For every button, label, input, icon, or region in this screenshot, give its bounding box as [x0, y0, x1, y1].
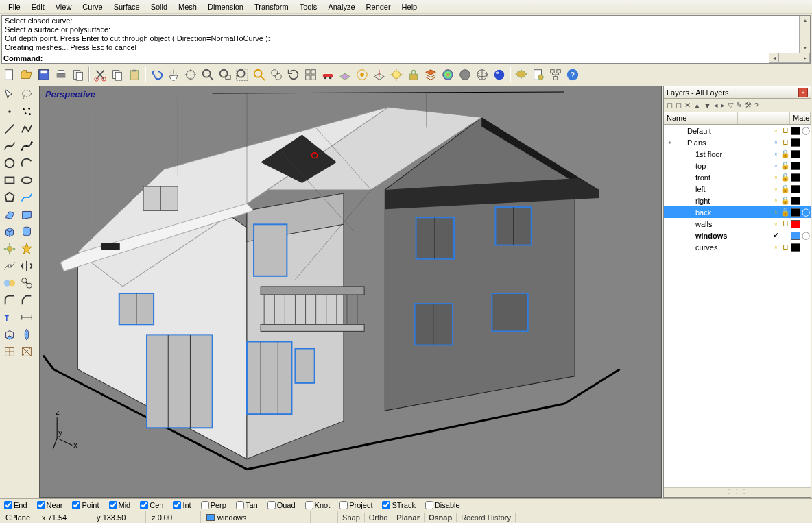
layer-row-1st-floor[interactable]: 1st floor♀🔒 [664, 148, 811, 160]
set-cplane-icon[interactable] [371, 66, 387, 83]
material-icon[interactable]: ◯ [801, 231, 811, 240]
menu-surface[interactable]: Surface [108, 1, 145, 12]
lock-icon[interactable]: ⊔ [780, 138, 790, 147]
lock-icon[interactable]: ⊔ [780, 126, 790, 135]
layer-color-swatch[interactable] [791, 208, 800, 217]
osnap-project[interactable]: Project [339, 501, 372, 509]
osnap-knot[interactable]: Knot [305, 501, 331, 509]
hierarchy-icon[interactable] [547, 66, 564, 83]
revolve-icon[interactable] [19, 326, 35, 343]
help-toolbar-icon[interactable]: ? [564, 66, 581, 83]
new-sublayer-icon[interactable]: ◻ [676, 101, 682, 110]
status-toggle-record-history[interactable]: Record History [457, 513, 516, 522]
menu-tools[interactable]: Tools [294, 1, 323, 12]
layer-row-left[interactable]: left♀🔒 [664, 183, 811, 195]
bulb-icon[interactable]: ♀ [771, 197, 780, 205]
osnap-point[interactable]: Point [72, 501, 99, 509]
osnap-checkbox[interactable] [339, 501, 348, 509]
layer-row-top[interactable]: top♀🔒 [664, 160, 811, 171]
lasso-icon[interactable] [19, 86, 35, 103]
layer-color-swatch[interactable] [791, 162, 800, 170]
menu-help[interactable]: Help [396, 1, 423, 12]
menu-dimension[interactable]: Dimension [202, 1, 249, 12]
new-file-icon[interactable] [1, 66, 18, 83]
curve-tools-icon[interactable] [19, 189, 35, 206]
car-icon[interactable] [320, 66, 336, 83]
new-layer-icon[interactable]: ◻ [667, 101, 673, 110]
ellipse-icon[interactable] [19, 172, 35, 188]
menu-file[interactable]: File [3, 1, 26, 12]
polyline-icon[interactable] [19, 121, 35, 137]
menu-edit[interactable]: Edit [26, 1, 50, 12]
zoom-extents-icon[interactable] [234, 66, 250, 83]
circle-icon[interactable] [1, 155, 18, 171]
bulb-icon[interactable]: ♀ [771, 138, 780, 147]
layer-row-windows[interactable]: windows✔◯ [664, 230, 811, 241]
options-icon[interactable] [513, 66, 529, 83]
bulb-icon[interactable]: ♀ [771, 150, 780, 158]
osnap-checkbox[interactable] [201, 501, 209, 509]
command-horiz-scroll[interactable]: ◂▸ [769, 53, 810, 63]
srf-edge-icon[interactable] [19, 206, 35, 223]
menu-solid[interactable]: Solid [145, 1, 173, 12]
cplane-icon[interactable] [337, 66, 353, 83]
osnap-checkbox[interactable] [425, 501, 433, 509]
zoom-sel-icon[interactable] [251, 66, 267, 83]
delete-layer-icon[interactable]: ✕ [684, 101, 691, 110]
layers-list[interactable]: Default♀⊔◯+Plans♀⊔1st floor♀🔒top♀🔒front♀… [664, 125, 811, 487]
lock-icon[interactable]: 🔒 [780, 173, 790, 182]
point-icon[interactable] [1, 104, 18, 120]
cut-icon[interactable] [92, 66, 108, 83]
status-cplane[interactable]: CPlane [0, 511, 36, 523]
tools-icon[interactable]: ✎ [736, 101, 742, 110]
expand-icon[interactable]: + [665, 139, 675, 146]
layer-row-walls[interactable]: walls♀⊔ [664, 218, 811, 230]
lock-icon[interactable] [405, 66, 422, 83]
doc-props-icon[interactable] [530, 66, 547, 83]
next-icon[interactable]: ▸ [721, 101, 725, 110]
lock-icon[interactable]: ⊔ [780, 219, 790, 228]
command-input[interactable] [43, 53, 809, 63]
bulb-icon[interactable]: ♀ [771, 185, 780, 193]
status-layer[interactable]: windows [201, 511, 311, 523]
layer-color-swatch[interactable] [791, 220, 800, 228]
text-icon[interactable]: T [1, 309, 18, 326]
osnap-checkbox[interactable] [236, 501, 244, 509]
layer-row-plans[interactable]: +Plans♀⊔ [664, 136, 811, 148]
fillet-icon[interactable] [1, 292, 18, 308]
copy-icon[interactable] [109, 66, 126, 83]
layer-row-default[interactable]: Default♀⊔◯ [664, 125, 811, 136]
edit-pt-icon[interactable] [1, 258, 18, 274]
open-file-icon[interactable] [19, 66, 35, 83]
layer-color-swatch[interactable] [791, 185, 800, 193]
mesh-tools-icon[interactable] [19, 343, 35, 360]
print-icon[interactable] [53, 66, 69, 83]
zoom-in-icon[interactable] [200, 66, 216, 83]
osnap-near[interactable]: Near [37, 501, 63, 509]
bulb-icon[interactable]: ♀ [771, 243, 780, 252]
layer-color-swatch[interactable] [791, 173, 800, 182]
panel-grip[interactable]: ⋮⋮⋮ [664, 487, 811, 497]
layer-color-swatch[interactable] [791, 243, 800, 252]
osnap-perp[interactable]: Perp [201, 501, 226, 509]
layer-row-back[interactable]: back♀🔒◯ [664, 206, 811, 218]
lock-icon[interactable]: ⊔ [780, 243, 790, 252]
rotate-view-icon[interactable] [182, 66, 199, 83]
layer-name[interactable]: windows [675, 232, 771, 240]
gear-icon[interactable] [1, 241, 18, 257]
curve-icon[interactable] [1, 138, 18, 154]
bulb-icon[interactable]: ♀ [771, 208, 780, 217]
pointer-icon[interactable] [1, 86, 18, 103]
cylinder-icon[interactable] [19, 223, 35, 240]
osnap-checkbox[interactable] [4, 501, 12, 509]
status-toggle-snap[interactable]: Snap [338, 513, 365, 522]
arc-icon[interactable] [19, 155, 35, 171]
join-icon[interactable] [19, 275, 35, 291]
undo-icon[interactable] [148, 66, 165, 83]
rect-icon[interactable] [1, 172, 18, 188]
prev-icon[interactable]: ◂ [714, 101, 718, 110]
named-views-icon[interactable] [354, 66, 370, 83]
osnap-end[interactable]: End [4, 501, 27, 509]
bulb-icon[interactable]: ♀ [771, 173, 780, 182]
extrude-icon[interactable] [1, 326, 18, 343]
